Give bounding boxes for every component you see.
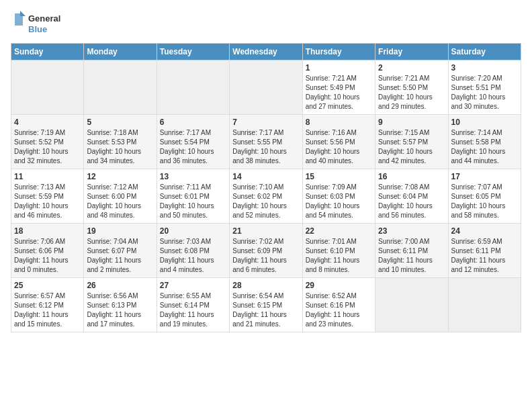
calendar-day-cell: 4Sunrise: 7:19 AM Sunset: 5:52 PM Daylig… (11, 115, 84, 169)
day-info: Sunrise: 7:17 AM Sunset: 5:54 PM Dayligh… (160, 128, 226, 166)
day-number: 14 (232, 172, 299, 181)
day-info: Sunrise: 6:52 AM Sunset: 6:16 PM Dayligh… (306, 291, 372, 329)
day-info: Sunrise: 7:21 AM Sunset: 5:49 PM Dayligh… (306, 74, 372, 111)
calendar-day-cell: 21Sunrise: 7:02 AM Sunset: 6:09 PM Dayli… (230, 224, 302, 278)
calendar-day-cell: 15Sunrise: 7:09 AM Sunset: 6:03 PM Dayli… (302, 169, 375, 224)
page-header: General Blue (11, 11, 521, 36)
day-number: 28 (232, 281, 299, 290)
day-number: 26 (87, 281, 153, 290)
calendar-day-cell (375, 278, 448, 332)
calendar-week-row: 4Sunrise: 7:19 AM Sunset: 5:52 PM Daylig… (11, 115, 521, 169)
calendar-day-cell: 23Sunrise: 7:00 AM Sunset: 6:11 PM Dayli… (375, 224, 448, 278)
day-info: Sunrise: 7:17 AM Sunset: 5:55 PM Dayligh… (232, 128, 299, 166)
calendar-week-row: 25Sunrise: 6:57 AM Sunset: 6:12 PM Dayli… (11, 278, 521, 332)
day-info: Sunrise: 7:15 AM Sunset: 5:57 PM Dayligh… (378, 128, 445, 166)
day-number: 11 (14, 172, 81, 181)
day-info: Sunrise: 7:04 AM Sunset: 6:07 PM Dayligh… (87, 237, 153, 275)
calendar-week-row: 1Sunrise: 7:21 AM Sunset: 5:49 PM Daylig… (11, 60, 521, 115)
day-info: Sunrise: 7:07 AM Sunset: 6:05 PM Dayligh… (451, 183, 518, 220)
calendar-day-cell: 25Sunrise: 6:57 AM Sunset: 6:12 PM Dayli… (11, 278, 84, 332)
calendar-day-cell: 7Sunrise: 7:17 AM Sunset: 5:55 PM Daylig… (230, 115, 302, 169)
day-number: 5 (87, 118, 153, 127)
day-info: Sunrise: 7:21 AM Sunset: 5:50 PM Dayligh… (378, 74, 445, 111)
day-info: Sunrise: 7:12 AM Sunset: 6:00 PM Dayligh… (87, 183, 153, 220)
calendar-day-cell: 3Sunrise: 7:20 AM Sunset: 5:51 PM Daylig… (448, 60, 521, 115)
day-number: 29 (306, 281, 372, 290)
day-info: Sunrise: 6:57 AM Sunset: 6:12 PM Dayligh… (14, 291, 81, 329)
day-number: 21 (232, 226, 299, 236)
day-number: 27 (160, 281, 226, 290)
calendar-day-cell: 11Sunrise: 7:13 AM Sunset: 5:59 PM Dayli… (11, 169, 84, 224)
calendar-day-cell: 1Sunrise: 7:21 AM Sunset: 5:49 PM Daylig… (302, 60, 375, 115)
day-number: 23 (378, 226, 445, 236)
day-number: 15 (306, 172, 372, 181)
calendar-day-cell: 10Sunrise: 7:14 AM Sunset: 5:58 PM Dayli… (448, 115, 521, 169)
day-info: Sunrise: 6:54 AM Sunset: 6:15 PM Dayligh… (232, 291, 299, 329)
calendar-day-cell: 24Sunrise: 6:59 AM Sunset: 6:11 PM Dayli… (448, 224, 521, 278)
day-info: Sunrise: 7:00 AM Sunset: 6:11 PM Dayligh… (378, 237, 445, 275)
calendar-header-cell: Sunday (11, 44, 84, 60)
day-number: 1 (306, 63, 372, 73)
day-info: Sunrise: 7:19 AM Sunset: 5:52 PM Dayligh… (14, 128, 81, 166)
calendar-day-cell (84, 60, 157, 115)
day-info: Sunrise: 7:09 AM Sunset: 6:03 PM Dayligh… (306, 183, 372, 220)
day-info: Sunrise: 6:56 AM Sunset: 6:13 PM Dayligh… (87, 291, 153, 329)
calendar-header-cell: Saturday (448, 44, 521, 60)
calendar-week-row: 18Sunrise: 7:06 AM Sunset: 6:06 PM Dayli… (11, 224, 521, 278)
day-number: 8 (306, 118, 372, 127)
calendar-day-cell (157, 60, 229, 115)
calendar-day-cell: 9Sunrise: 7:15 AM Sunset: 5:57 PM Daylig… (375, 115, 448, 169)
day-number: 18 (14, 226, 81, 236)
day-info: Sunrise: 7:10 AM Sunset: 6:02 PM Dayligh… (232, 183, 299, 220)
calendar-header-cell: Wednesday (230, 44, 302, 60)
svg-marker-4 (20, 11, 26, 16)
calendar-week-row: 11Sunrise: 7:13 AM Sunset: 5:59 PM Dayli… (11, 169, 521, 224)
calendar-header-cell: Tuesday (157, 44, 229, 60)
calendar-day-cell: 13Sunrise: 7:11 AM Sunset: 6:01 PM Dayli… (157, 169, 229, 224)
calendar-header-cell: Monday (84, 44, 157, 60)
logo-svg: General Blue (11, 11, 71, 36)
calendar-body: 1Sunrise: 7:21 AM Sunset: 5:49 PM Daylig… (11, 60, 521, 332)
calendar-day-cell: 8Sunrise: 7:16 AM Sunset: 5:56 PM Daylig… (302, 115, 375, 169)
calendar-day-cell: 5Sunrise: 7:18 AM Sunset: 5:53 PM Daylig… (84, 115, 157, 169)
svg-text:Blue: Blue (28, 24, 47, 34)
calendar-day-cell (448, 278, 521, 332)
calendar-day-cell: 12Sunrise: 7:12 AM Sunset: 6:00 PM Dayli… (84, 169, 157, 224)
calendar-day-cell: 26Sunrise: 6:56 AM Sunset: 6:13 PM Dayli… (84, 278, 157, 332)
svg-text:General: General (28, 13, 60, 24)
day-info: Sunrise: 7:03 AM Sunset: 6:08 PM Dayligh… (160, 237, 226, 275)
day-info: Sunrise: 6:55 AM Sunset: 6:14 PM Dayligh… (160, 291, 226, 329)
calendar-day-cell: 14Sunrise: 7:10 AM Sunset: 6:02 PM Dayli… (230, 169, 302, 224)
day-info: Sunrise: 7:02 AM Sunset: 6:09 PM Dayligh… (232, 237, 299, 275)
day-number: 9 (378, 118, 445, 127)
calendar-day-cell: 19Sunrise: 7:04 AM Sunset: 6:07 PM Dayli… (84, 224, 157, 278)
day-info: Sunrise: 7:20 AM Sunset: 5:51 PM Dayligh… (451, 74, 518, 111)
day-info: Sunrise: 7:18 AM Sunset: 5:53 PM Dayligh… (87, 128, 153, 166)
day-info: Sunrise: 7:08 AM Sunset: 6:04 PM Dayligh… (378, 183, 445, 220)
day-info: Sunrise: 7:06 AM Sunset: 6:06 PM Dayligh… (14, 237, 81, 275)
day-number: 16 (378, 172, 445, 181)
calendar-day-cell: 28Sunrise: 6:54 AM Sunset: 6:15 PM Dayli… (230, 278, 302, 332)
day-info: Sunrise: 7:14 AM Sunset: 5:58 PM Dayligh… (451, 128, 518, 166)
calendar-day-cell: 17Sunrise: 7:07 AM Sunset: 6:05 PM Dayli… (448, 169, 521, 224)
day-number: 22 (306, 226, 372, 236)
calendar-header-cell: Friday (375, 44, 448, 60)
day-number: 4 (14, 118, 81, 127)
day-info: Sunrise: 7:16 AM Sunset: 5:56 PM Dayligh… (306, 128, 372, 166)
calendar-day-cell: 29Sunrise: 6:52 AM Sunset: 6:16 PM Dayli… (302, 278, 375, 332)
day-number: 20 (160, 226, 226, 236)
day-number: 19 (87, 226, 153, 236)
day-info: Sunrise: 6:59 AM Sunset: 6:11 PM Dayligh… (451, 237, 518, 275)
day-number: 25 (14, 281, 81, 290)
calendar-day-cell: 16Sunrise: 7:08 AM Sunset: 6:04 PM Dayli… (375, 169, 448, 224)
calendar-day-cell: 22Sunrise: 7:01 AM Sunset: 6:10 PM Dayli… (302, 224, 375, 278)
calendar-header-row: SundayMondayTuesdayWednesdayThursdayFrid… (11, 44, 521, 60)
day-number: 6 (160, 118, 226, 127)
calendar-day-cell: 20Sunrise: 7:03 AM Sunset: 6:08 PM Dayli… (157, 224, 229, 278)
day-info: Sunrise: 7:13 AM Sunset: 5:59 PM Dayligh… (14, 183, 81, 220)
calendar-day-cell: 27Sunrise: 6:55 AM Sunset: 6:14 PM Dayli… (157, 278, 229, 332)
calendar-day-cell: 18Sunrise: 7:06 AM Sunset: 6:06 PM Dayli… (11, 224, 84, 278)
calendar-day-cell (11, 60, 84, 115)
calendar-table: SundayMondayTuesdayWednesdayThursdayFrid… (11, 43, 521, 332)
day-number: 12 (87, 172, 153, 181)
